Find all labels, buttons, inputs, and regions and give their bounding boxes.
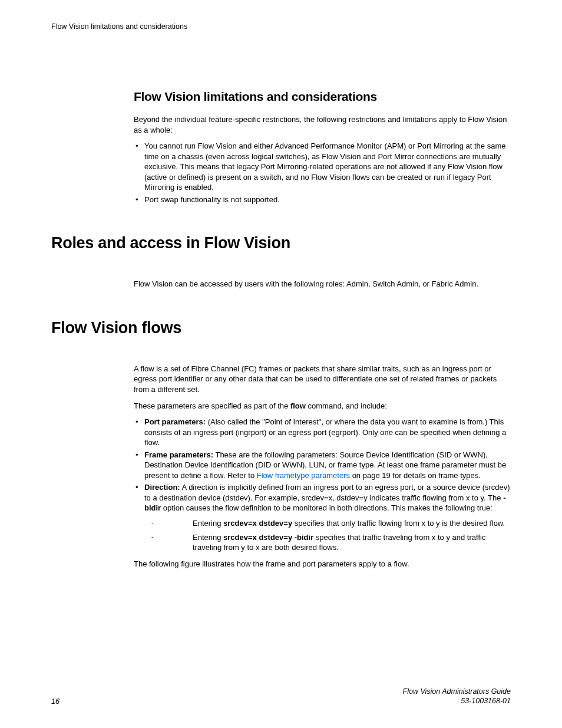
flow-params-intro: These parameters are specified as part o… [134,401,511,411]
section-heading-flows: Flow Vision flows [51,319,511,337]
text-fragment: specifies that only traffic flowing from… [292,519,505,528]
param-label: Direction: [144,483,180,492]
param-text: A direction is implicitly defined from a… [144,483,510,502]
list-item: Direction: A direction is implicitly def… [134,482,511,552]
param-text: on page 19 for details on frame types. [350,471,481,480]
document-id: 53-1003168-01 [403,696,511,706]
list-item: Port swap functionality is not supported… [134,195,511,205]
running-header: Flow Vision limitations and consideratio… [51,22,511,31]
list-item: Port parameters: (Also called the "Point… [134,417,511,448]
param-label: Frame parameters: [144,450,213,459]
param-label: Port parameters: [144,417,206,426]
document-title: Flow Vision Administrators Guide [403,687,511,696]
text-fragment: command, and include: [306,401,387,410]
flow-command-bold: flow [290,401,306,410]
frametype-link[interactable]: Flow frametype parameters [257,471,350,480]
text-fragment: Entering [193,519,223,528]
list-item: Frame parameters: These are the followin… [134,450,511,481]
intro-paragraph: Beyond the individual feature-specific r… [134,114,511,135]
flow-definition-paragraph: A flow is a set of Fibre Channel (FC) fr… [134,364,511,395]
text-fragment: Entering [193,533,223,542]
direction-sublist: Entering srcdev=x dstdev=y specifies tha… [144,518,511,553]
list-item: Entering srcdev=x dstdev=y specifies tha… [144,518,511,529]
list-item: Entering srcdev=x dstdev=y -bidir specif… [144,532,511,553]
parameters-list: Port parameters: (Also called the "Point… [134,417,511,553]
section-heading-roles: Roles and access in Flow Vision [51,234,511,252]
text-fragment: These parameters are specified as part o… [134,401,290,410]
limitations-list: You cannot run Flow Vision and either Ad… [134,141,511,205]
roles-paragraph: Flow Vision can be accessed by users wit… [134,279,511,289]
srcdev-example-bold: srcdev=x dstdev=y [223,519,292,528]
param-text: option causes the flow definition to be … [161,503,492,512]
document-info: Flow Vision Administrators Guide 53-1003… [403,687,511,706]
page-number: 16 [51,697,59,706]
list-item: You cannot run Flow Vision and either Ad… [134,141,511,193]
closing-paragraph: The following figure illustrates how the… [134,559,511,569]
section-heading-limitations: Flow Vision limitations and consideratio… [134,90,511,104]
srcdev-bidir-bold: srcdev=x dstdev=y -bidir [223,533,313,542]
page-footer: 16 Flow Vision Administrators Guide 53-1… [51,687,511,706]
